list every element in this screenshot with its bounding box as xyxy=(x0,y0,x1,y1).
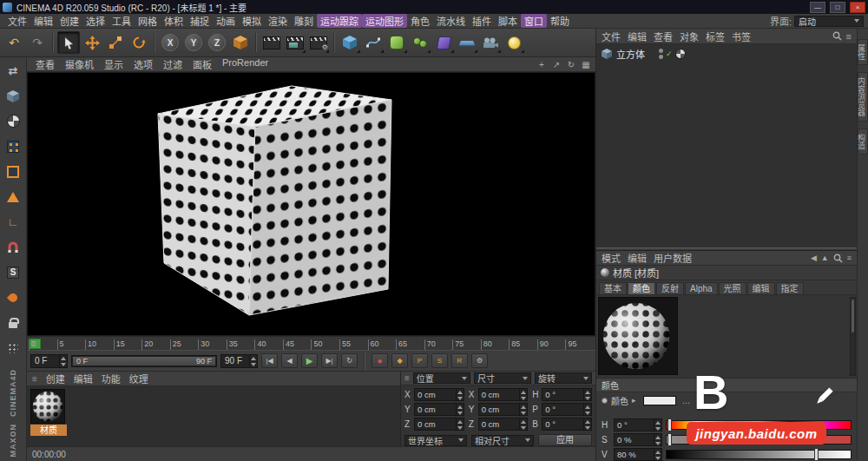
menu-sculpt[interactable]: 雕刻 xyxy=(291,14,317,28)
object-manager-list[interactable]: 立方体 ✓ xyxy=(596,44,857,247)
spline-pen-button[interactable] xyxy=(362,31,385,54)
position-header-select[interactable]: 位置 xyxy=(413,372,470,384)
minimize-button[interactable]: — xyxy=(810,2,825,13)
object-manager-menu-item[interactable]: 标签 xyxy=(706,30,725,43)
up-icon[interactable]: ▲ xyxy=(821,254,829,262)
stepper[interactable] xyxy=(654,434,661,445)
stepper[interactable] xyxy=(583,418,591,430)
toggle-views-icon[interactable]: ▦ xyxy=(580,60,592,69)
keyframe-position-button[interactable]: P xyxy=(411,353,428,368)
burger-icon[interactable]: ≡ xyxy=(404,373,410,383)
viewport-menu-item[interactable]: ProRender xyxy=(217,57,273,71)
menu-simulate[interactable]: 模拟 xyxy=(239,14,265,28)
attribute-menu-item[interactable]: 编辑 xyxy=(628,251,647,265)
color-swatch[interactable] xyxy=(643,396,676,405)
viewport-menu-item[interactable]: 选项 xyxy=(128,57,158,71)
scale-tool-button[interactable] xyxy=(104,31,127,54)
size-mode-select[interactable]: 相对尺寸 xyxy=(471,435,534,446)
material-name-label[interactable]: 材质 xyxy=(30,425,67,436)
polygons-mode-button[interactable] xyxy=(2,186,24,207)
play-button[interactable]: ▶ xyxy=(301,353,318,368)
stepper[interactable] xyxy=(519,389,527,400)
stepper[interactable] xyxy=(456,418,464,430)
menu-mesh[interactable]: 网格 xyxy=(135,14,161,28)
side-tab-content-browser[interactable]: 内容浏览器 xyxy=(858,72,868,122)
close-button[interactable]: × xyxy=(850,2,865,13)
keyframe-parameter-button[interactable]: ⚙ xyxy=(471,353,488,368)
size-y-field[interactable]: Y0 cm xyxy=(469,403,529,416)
size-x-field[interactable]: X0 cm xyxy=(469,388,529,401)
position-y-field[interactable]: Y0 cm xyxy=(404,403,464,416)
attribute-menu-item[interactable]: 模式 xyxy=(602,251,621,265)
light-button[interactable] xyxy=(503,31,525,54)
viewport-canvas[interactable] xyxy=(27,72,595,336)
stepper[interactable] xyxy=(519,404,527,415)
snap-magnet-button[interactable] xyxy=(2,236,24,258)
lock-x-axis-button[interactable]: X xyxy=(159,31,181,54)
back-icon[interactable]: ◀ xyxy=(811,254,817,262)
scrollbar[interactable] xyxy=(850,297,856,376)
stepper[interactable] xyxy=(583,389,591,400)
enabled-check-icon[interactable]: ✓ xyxy=(666,49,673,58)
stepper[interactable] xyxy=(654,449,661,460)
value-slider[interactable] xyxy=(666,450,852,459)
current-frame-input[interactable]: 0 F xyxy=(30,354,68,368)
position-z-field[interactable]: Z0 cm xyxy=(404,418,464,431)
stepper[interactable] xyxy=(456,389,464,400)
redo-button[interactable]: ↷ xyxy=(26,31,49,54)
record-button[interactable]: ● xyxy=(372,353,388,368)
rotation-header-select[interactable]: 旋转 xyxy=(535,372,592,384)
workplane-button[interactable] xyxy=(2,337,24,359)
stepper[interactable] xyxy=(59,355,67,367)
brush-button[interactable] xyxy=(2,286,24,308)
keyframe-rotation-button[interactable]: R xyxy=(451,353,468,368)
menu-animate[interactable]: 动画 xyxy=(213,14,239,28)
tab-assign[interactable]: 指定 xyxy=(776,282,804,294)
stepper[interactable] xyxy=(654,419,661,431)
object-manager-menu-item[interactable]: 对象 xyxy=(680,30,699,43)
go-to-start-button[interactable]: |◀ xyxy=(261,353,278,368)
attribute-menu-item[interactable]: 用户数据 xyxy=(654,251,692,265)
generator-button[interactable] xyxy=(409,31,431,54)
apply-button[interactable]: 应用 xyxy=(538,434,592,446)
rotation-b-field[interactable]: B0 ° xyxy=(532,418,592,431)
pan-view-icon[interactable]: + xyxy=(536,60,548,69)
render-settings-button[interactable]: ⚙ xyxy=(307,31,330,54)
side-tab-attributes[interactable]: 属性 xyxy=(858,39,868,65)
material-menu-item[interactable]: 创建 xyxy=(46,372,65,385)
tab-alpha[interactable]: Alpha xyxy=(685,282,718,294)
menu-pipeline[interactable]: 流水线 xyxy=(433,14,469,28)
camera-button[interactable] xyxy=(479,31,502,54)
size-z-field[interactable]: Z0 cm xyxy=(469,418,529,431)
tab-editor[interactable]: 编辑 xyxy=(747,282,775,294)
coordinate-system-button[interactable] xyxy=(229,31,252,54)
zoom-view-icon[interactable]: ↗ xyxy=(550,60,562,69)
object-manager-menu-item[interactable]: 编辑 xyxy=(628,30,647,43)
menu-tools[interactable]: 工具 xyxy=(108,14,135,28)
tab-reflectance[interactable]: 反射 xyxy=(656,282,684,294)
menu-mograph[interactable]: 运动图形 xyxy=(362,14,407,28)
viewport-menu-item[interactable]: 面板 xyxy=(187,57,217,71)
deformer-button[interactable] xyxy=(432,31,455,54)
material-menu-item[interactable]: 纹理 xyxy=(129,372,148,385)
tab-color[interactable]: 颜色 xyxy=(628,282,655,294)
menu-snap[interactable]: 捕捉 xyxy=(187,14,213,28)
rotation-p-field[interactable]: P0 ° xyxy=(532,403,592,416)
undo-button[interactable]: ↶ xyxy=(3,31,25,54)
object-manager-menu-item[interactable]: 书签 xyxy=(732,30,751,43)
burger-icon[interactable]: ≡ xyxy=(846,31,852,42)
burger-icon[interactable]: ≡ xyxy=(847,254,852,262)
menu-character[interactable]: 角色 xyxy=(407,14,433,28)
stepper[interactable] xyxy=(456,404,464,415)
stepper[interactable] xyxy=(249,355,257,367)
tab-illumination[interactable]: 光照 xyxy=(719,282,746,294)
viewport-menu-item[interactable]: 过滤 xyxy=(158,57,187,71)
lock-button[interactable] xyxy=(2,312,24,333)
menu-script[interactable]: 脚本 xyxy=(495,14,521,28)
rotation-h-field[interactable]: H0 ° xyxy=(532,388,592,401)
rotate-view-icon[interactable]: ↻ xyxy=(565,60,577,69)
object-manager-menu-item[interactable]: 查看 xyxy=(654,30,673,43)
rotate-tool-button[interactable] xyxy=(128,31,150,54)
enable-axis-button[interactable]: ∟ xyxy=(2,211,24,233)
object-manager-menu-item[interactable]: 文件 xyxy=(602,30,621,43)
